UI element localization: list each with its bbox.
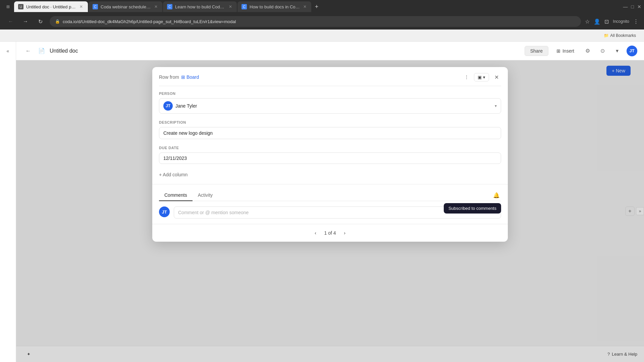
commenter-avatar: JT	[159, 206, 170, 217]
address-input[interactable]: 🔒 coda.io/d/Untitled-doc_dk4MaGh2h6p/Unt…	[50, 16, 581, 27]
address-bar-row: ← → ↻ 🔒 coda.io/d/Untitled-doc_dk4MaGh2h…	[0, 13, 644, 29]
bookmark-star-icon[interactable]: ☆	[585, 18, 590, 25]
minimize-btn[interactable]: —	[623, 4, 628, 9]
description-field-section: DESCRIPTION Create new logo design	[159, 120, 501, 139]
modal-close-btn[interactable]: ✕	[492, 72, 501, 82]
doc-back-btn[interactable]: ←	[23, 46, 34, 56]
view-icon: ▣	[478, 75, 482, 80]
person-avatar: JT	[163, 101, 173, 111]
app-container: « ← 📄 Untitled doc Share ⊞ Insert ⚙ ⊙ ▾ …	[0, 42, 644, 362]
tab2-favicon: C	[93, 4, 98, 9]
share-button[interactable]: Share	[525, 46, 548, 56]
window-close-btn[interactable]: ✕	[637, 4, 641, 9]
tab3-favicon: C	[167, 4, 172, 9]
comments-tab-row: Comments Activity 🔔 Subscribed to commen…	[159, 190, 501, 201]
browser-menu-icon[interactable]: ⋮	[633, 18, 639, 25]
reload-btn[interactable]: ↻	[35, 16, 46, 27]
description-field[interactable]: Create new logo design	[159, 127, 501, 139]
bookmarks-icon: 📁	[604, 33, 609, 38]
main-area: ← 📄 Untitled doc Share ⊞ Insert ⚙ ⊙ ▾ JT…	[16, 42, 644, 362]
user-avatar[interactable]: JT	[627, 46, 637, 56]
row-from-label: Row from ⊞ Board	[159, 74, 199, 80]
tab3-label: Learn how to build Coda docs...	[175, 4, 226, 9]
tab4-label: How to build docs in Coda, cr...	[250, 4, 300, 9]
tab1-close[interactable]: ✕	[79, 4, 84, 9]
app-header: ← 📄 Untitled doc Share ⊞ Insert ⚙ ⊙ ▾ JT	[16, 42, 644, 60]
browser-tab-4[interactable]: C How to build docs in Coda, cr... ✕	[237, 1, 311, 12]
forward-nav-btn[interactable]: →	[20, 16, 31, 27]
due-date-field-label: DUE DATE	[159, 146, 501, 150]
emoji-btn[interactable]: ⊙	[597, 46, 608, 56]
profile-icon[interactable]: 👤	[594, 18, 600, 25]
comment-area: JT Comment or @ mention someone	[159, 206, 501, 224]
header-actions: Share ⊞ Insert ⚙ ⊙ ▾ JT	[525, 46, 637, 56]
modal-overlay: Row from ⊞ Board ⋮ ▣ ▾	[16, 60, 644, 362]
tab1-label: Untitled doc · Untitled page	[26, 4, 76, 9]
sidebar: «	[0, 42, 16, 362]
row-detail-modal: Row from ⊞ Board ⋮ ▣ ▾	[152, 67, 508, 242]
tab4-close[interactable]: ✕	[303, 4, 307, 9]
browser-tab-3[interactable]: C Learn how to build Coda docs... ✕	[163, 1, 237, 12]
address-right-icons: ☆ 👤 ⊡ Incognito ⋮	[585, 18, 639, 25]
page-info: 1 of 4	[324, 230, 336, 236]
content-area: + New » + Row from ⊞ Board	[16, 60, 644, 362]
person-field-section: PERSON JT Jane Tyler ▾	[159, 92, 501, 114]
pagination: ‹ 1 of 4 ›	[152, 224, 508, 242]
modal-view-btn[interactable]: ▣ ▾	[474, 73, 489, 81]
tab3-close[interactable]: ✕	[228, 4, 233, 9]
modal-body: PERSON JT Jane Tyler ▾ DESCRIPTION Cr	[152, 86, 508, 184]
view-toggle-btn[interactable]: ▾	[612, 46, 623, 56]
all-bookmarks-link[interactable]: 📁 All Bookmarks	[601, 32, 639, 39]
person-select[interactable]: JT Jane Tyler ▾	[159, 98, 501, 114]
comments-tab[interactable]: Comments	[159, 190, 193, 201]
person-field-label: PERSON	[159, 92, 501, 96]
new-tab-button[interactable]: +	[312, 2, 321, 11]
doc-icon: 📄	[38, 47, 46, 55]
description-field-label: DESCRIPTION	[159, 120, 501, 124]
url-text: coda.io/d/Untitled-doc_dk4MaGh2h6p/Untit…	[63, 19, 236, 24]
settings-btn[interactable]: ⚙	[582, 46, 593, 56]
add-column-btn[interactable]: + Add column	[159, 171, 501, 179]
browser-tab-1[interactable]: U Untitled doc · Untitled page ✕	[14, 1, 88, 12]
bookmarks-bar: 📁 All Bookmarks	[0, 29, 644, 42]
extensions-icon[interactable]: ⊡	[604, 18, 609, 25]
tab-group-btn[interactable]: ⊞	[3, 1, 13, 12]
tab4-favicon: C	[241, 4, 247, 9]
grid-icon: ⊞	[556, 48, 560, 54]
prev-page-btn[interactable]: ‹	[311, 228, 320, 238]
subscribe-bell-btn[interactable]: 🔔 Subscribed to comments	[492, 191, 501, 200]
tab2-close[interactable]: ✕	[154, 4, 158, 9]
tab1-favicon: U	[18, 4, 23, 9]
board-icon: ⊞	[181, 74, 185, 80]
view-chevron: ▾	[483, 75, 485, 80]
incognito-label: Incognito	[613, 19, 629, 24]
modal-header-actions: ⋮ ▣ ▾ ✕	[462, 72, 501, 82]
tab2-label: Coda webinar schedule, regist...	[101, 4, 151, 9]
comments-activity-section: Comments Activity 🔔 Subscribed to commen…	[152, 184, 508, 224]
next-page-btn[interactable]: ›	[340, 228, 350, 238]
comment-input[interactable]: Comment or @ mention someone	[174, 206, 501, 219]
doc-title: Untitled doc	[50, 48, 78, 54]
modal-more-btn[interactable]: ⋮	[462, 72, 471, 82]
lock-icon: 🔒	[55, 19, 60, 24]
browser-tab-2[interactable]: C Coda webinar schedule, regist... ✕	[89, 1, 162, 12]
back-nav-btn[interactable]: ←	[5, 16, 16, 27]
maximize-btn[interactable]: □	[631, 4, 634, 9]
person-name: Jane Tyler	[175, 103, 492, 109]
modal-header: Row from ⊞ Board ⋮ ▣ ▾	[152, 67, 508, 82]
due-date-field-section: DUE DATE 12/11/2023	[159, 146, 501, 164]
tab-bar: ⊞ U Untitled doc · Untitled page ✕ C Cod…	[0, 0, 644, 13]
bookmarks-label: All Bookmarks	[610, 33, 636, 38]
person-chevron-icon: ▾	[495, 104, 497, 108]
activity-tab[interactable]: Activity	[193, 190, 218, 201]
insert-button[interactable]: ⊞ Insert	[552, 46, 578, 56]
board-link[interactable]: ⊞ Board	[181, 74, 199, 80]
due-date-field[interactable]: 12/11/2023	[159, 153, 501, 164]
sidebar-collapse-btn[interactable]: «	[3, 46, 13, 56]
